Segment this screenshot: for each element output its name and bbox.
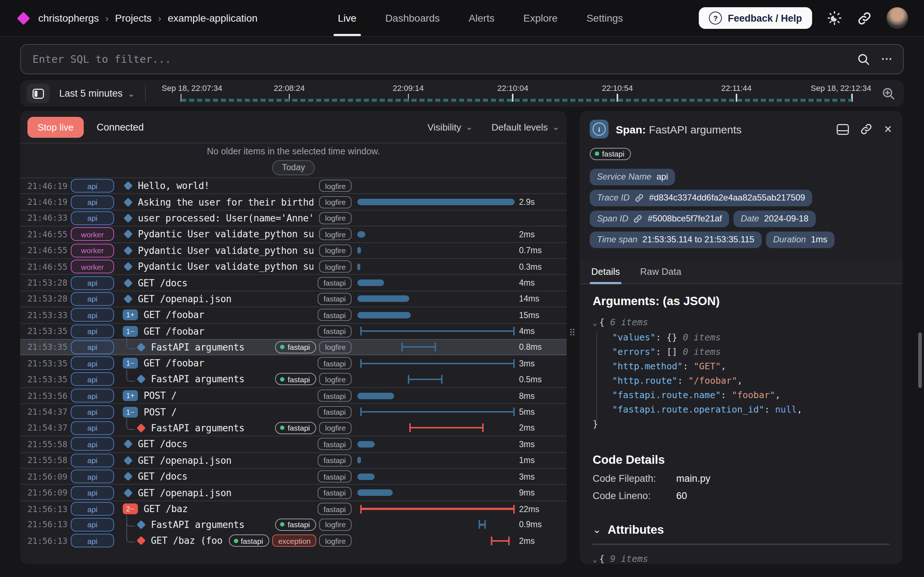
arguments-json[interactable]: ⌄{ 6 items"values": {} 0 items"errors": …: [593, 315, 889, 431]
service-badge-api[interactable]: api: [71, 486, 114, 500]
visibility-dropdown[interactable]: Visibility ⌄: [427, 121, 473, 132]
chip-span-id[interactable]: Span ID#5008bce5f7fe21af: [590, 210, 729, 227]
trace-row[interactable]: 21:56:09apiGET /docsfastapi3ms: [20, 468, 567, 484]
expand-toggle-badge[interactable]: 2−: [123, 503, 138, 514]
tag-exception[interactable]: exception: [273, 535, 317, 547]
chip-trace-id[interactable]: Trace ID#d834c3374dd6fa2e4aa82a55ab21750…: [590, 189, 813, 206]
tag-fastapi[interactable]: fastapi: [318, 325, 352, 337]
tag-fastapi[interactable]: fastapi: [318, 438, 352, 450]
tag-logfire[interactable]: logfire: [320, 228, 352, 240]
panel-resize-handle[interactable]: ⠿: [569, 327, 576, 338]
service-badge-api[interactable]: api: [71, 405, 114, 419]
trace-row[interactable]: 21:53:28apiGET /openapi.jsonfastapi14ms: [20, 290, 567, 306]
tag-logfire[interactable]: logfire: [320, 180, 352, 192]
tag-logfire[interactable]: logfire: [320, 373, 352, 385]
expand-toggle-badge[interactable]: 1−: [123, 326, 138, 337]
sidebar-toggle-button[interactable]: [27, 84, 50, 103]
trace-row[interactable]: 21:46:55workerPydantic User validate_pyt…: [20, 242, 567, 258]
chip-date[interactable]: Date2024-09-18: [733, 210, 816, 227]
tag-fastapi[interactable]: fastapi: [275, 422, 317, 434]
trace-row[interactable]: 21:53:28apiGET /docsfastapi4ms: [20, 274, 567, 291]
tag-fastapi[interactable]: fastapi: [275, 519, 317, 531]
collapse-caret-icon[interactable]: ⌄: [593, 318, 597, 326]
tag-fastapi[interactable]: fastapi: [318, 470, 352, 482]
default-levels-dropdown[interactable]: Default levels ⌄: [492, 121, 559, 132]
tag-fastapi[interactable]: fastapi: [318, 455, 352, 467]
theme-toggle-icon[interactable]: [827, 10, 842, 26]
tag-logfire[interactable]: logfire: [320, 422, 352, 434]
tag-logfire[interactable]: logfire: [320, 212, 352, 224]
service-badge-api[interactable]: api: [71, 179, 114, 193]
timeline-track[interactable]: Sep 18, 22:07:3422:08:2422:09:1422:10:04…: [156, 80, 877, 107]
trace-row[interactable]: 21:54:37apiFastAPI argumentsfastapilogfi…: [20, 420, 567, 436]
service-tag-fastapi[interactable]: fastapi: [590, 148, 631, 160]
tag-logfire[interactable]: logfire: [320, 519, 352, 531]
service-badge-worker[interactable]: worker: [71, 227, 114, 241]
trace-row[interactable]: 21:56:09apiGET /openapi.jsonfastapi9ms: [20, 484, 567, 501]
expand-toggle-badge[interactable]: 1+: [123, 310, 138, 321]
user-avatar[interactable]: [887, 7, 908, 29]
service-badge-api[interactable]: api: [71, 518, 114, 532]
breadcrumb-christophergs[interactable]: christophergs: [38, 12, 99, 24]
trace-row[interactable]: 21:53:33api1+GET /foobarfastapi15ms: [20, 306, 567, 323]
service-badge-api[interactable]: api: [71, 308, 114, 322]
detail-tab-raw-data[interactable]: Raw Data: [639, 259, 683, 283]
service-badge-api[interactable]: api: [71, 292, 114, 306]
service-badge-api[interactable]: api: [71, 372, 114, 386]
trace-row[interactable]: 21:56:13api2−GET /bazfastapi22ms: [20, 501, 567, 517]
tag-fastapi[interactable]: fastapi: [318, 277, 352, 289]
service-badge-api[interactable]: api: [71, 340, 114, 354]
trace-row[interactable]: 21:46:55workerPydantic User validate_pyt…: [20, 226, 567, 242]
tag-fastapi[interactable]: fastapi: [228, 535, 270, 547]
chip-time-span[interactable]: Time span21:53:35.114 to 21:53:35.115: [590, 231, 762, 248]
tag-fastapi[interactable]: fastapi: [318, 309, 352, 321]
service-badge-worker[interactable]: worker: [71, 259, 114, 273]
tag-fastapi[interactable]: fastapi: [318, 357, 352, 370]
expand-toggle-badge[interactable]: 1+: [123, 390, 138, 401]
trace-row[interactable]: 21:55:58apiGET /openapi.jsonfastapi1ms: [20, 452, 567, 468]
attributes-json[interactable]: ⌄{ 9 items"code.filepath": "main.py","co…: [593, 551, 889, 564]
service-badge-api[interactable]: api: [71, 437, 114, 451]
tag-fastapi[interactable]: fastapi: [318, 487, 352, 499]
breadcrumb-projects[interactable]: Projects: [115, 12, 152, 24]
tag-fastapi[interactable]: fastapi: [318, 406, 352, 418]
service-badge-api[interactable]: api: [71, 195, 114, 209]
service-badge-api[interactable]: api: [71, 469, 114, 483]
service-badge-api[interactable]: api: [71, 324, 114, 338]
trace-row[interactable]: 21:53:35apiFastAPI argumentsfastapilogfi…: [20, 371, 567, 387]
trace-row[interactable]: 21:46:55workerPydantic User validate_pyt…: [20, 258, 567, 274]
breadcrumb-example-application[interactable]: example-application: [168, 12, 258, 24]
trace-row[interactable]: 21:55:58apiGET /docsfastapi3ms: [20, 436, 567, 452]
service-badge-worker[interactable]: worker: [71, 244, 114, 258]
trace-row[interactable]: 21:46:19apiHello, world!logfire: [20, 177, 567, 193]
dock-panel-icon[interactable]: [837, 124, 849, 134]
tag-logfire[interactable]: logfire: [320, 260, 352, 272]
service-badge-api[interactable]: api: [71, 502, 114, 516]
attributes-section-toggle[interactable]: ⌄ Attributes: [593, 522, 889, 536]
detail-tab-details[interactable]: Details: [590, 259, 622, 283]
service-badge-api[interactable]: api: [71, 534, 114, 548]
feedback-help-button[interactable]: ? Feedback / Help: [699, 7, 812, 29]
trace-row[interactable]: 21:53:35api1−GET /foobarfastapi3ms: [20, 355, 567, 371]
timeline-zoom-icon[interactable]: [881, 86, 896, 101]
trace-row[interactable]: 21:53:35api1−GET /foobarfastapi4ms: [20, 323, 567, 339]
trace-row[interactable]: 21:56:13apiFastAPI argumentsfastapilogfi…: [20, 516, 567, 533]
trace-row[interactable]: 21:53:56api1+POST /fastapi8ms: [20, 387, 567, 403]
chip-service-name[interactable]: Service Nameapi: [590, 168, 675, 185]
tab-explore[interactable]: Explore: [523, 0, 558, 36]
tag-logfire[interactable]: logfire: [320, 245, 352, 257]
trace-row[interactable]: 21:56:13apiGET /baz (foobar)fastapiexcep…: [20, 533, 567, 549]
time-range-selector[interactable]: Last 5 minutes ⌄: [59, 88, 135, 99]
service-badge-api[interactable]: api: [71, 454, 114, 467]
tab-settings[interactable]: Settings: [586, 0, 623, 36]
tag-fastapi[interactable]: fastapi: [275, 341, 317, 353]
tag-logfire[interactable]: logfire: [320, 341, 352, 353]
expand-toggle-badge[interactable]: 1−: [123, 358, 138, 369]
service-badge-api[interactable]: api: [71, 357, 114, 371]
tag-fastapi[interactable]: fastapi: [318, 293, 352, 305]
tab-live[interactable]: Live: [338, 0, 356, 36]
trace-row[interactable]: 21:46:19apiAsking the user for their bir…: [20, 193, 567, 210]
collapse-caret-icon[interactable]: ⌄: [593, 555, 597, 563]
today-button[interactable]: Today: [273, 160, 314, 175]
tab-dashboards[interactable]: Dashboards: [385, 0, 439, 36]
